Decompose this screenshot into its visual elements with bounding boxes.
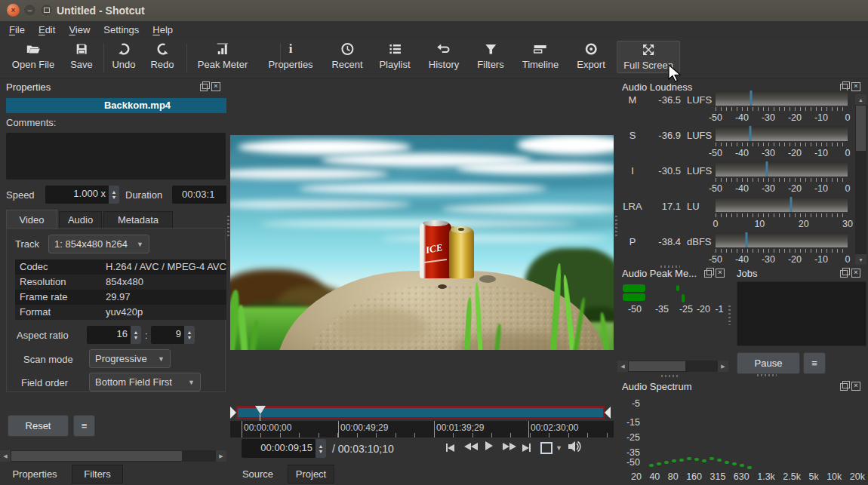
scroll-arrow-button[interactable]: ▶ bbox=[718, 361, 728, 372]
play-button[interactable] bbox=[485, 441, 493, 453]
spectrum-y-label: -35 bbox=[617, 447, 640, 458]
dock-tab-filters[interactable]: Filters bbox=[72, 465, 123, 483]
aspect-width-spinbox[interactable]: 16▲▼ bbox=[87, 326, 141, 344]
window-title: Untitled - Shotcut bbox=[57, 5, 145, 17]
loudness-vscrollbar[interactable]: ▲▼ bbox=[855, 94, 866, 265]
speed-label: Speed bbox=[6, 189, 35, 201]
toolbar-playlist-button[interactable]: Playlist bbox=[379, 41, 410, 70]
pause-button[interactable]: Pause bbox=[737, 352, 800, 374]
toolbar-info-button[interactable]: iProperties bbox=[268, 41, 312, 70]
out-point-marker[interactable] bbox=[605, 407, 611, 419]
scroll-thumb[interactable] bbox=[629, 361, 685, 371]
toolbar-clock-button[interactable]: Recent bbox=[331, 41, 362, 70]
splitter-handle[interactable] bbox=[227, 216, 229, 238]
ruler-tick bbox=[491, 433, 492, 437]
skip-next-button[interactable] bbox=[522, 441, 531, 453]
close-panel-icon[interactable]: × bbox=[851, 269, 860, 278]
toolbar-filter-button[interactable]: Filters bbox=[477, 41, 503, 70]
spinbox-arrows[interactable]: ▲▼ bbox=[315, 439, 326, 458]
toolbar-open-file-button[interactable]: Open File bbox=[12, 41, 54, 70]
total-duration: / 00:03:10;10 bbox=[332, 443, 394, 455]
tab-source[interactable]: Source bbox=[230, 464, 285, 483]
float-panel-icon[interactable] bbox=[200, 84, 208, 91]
menu-view[interactable]: View bbox=[62, 22, 97, 38]
zoom-dropdown-arrow[interactable]: ▼ bbox=[556, 444, 562, 452]
scan-mode-combo[interactable]: Progressive▼ bbox=[89, 349, 171, 368]
mouse-cursor bbox=[667, 64, 684, 84]
in-point-marker[interactable] bbox=[230, 407, 236, 419]
scroll-arrow-button[interactable]: ▶ bbox=[216, 450, 226, 462]
properties-panel-title: Properties bbox=[6, 81, 51, 97]
tab-audio[interactable]: Audio bbox=[59, 211, 102, 229]
scroll-arrow-button[interactable]: ◀ bbox=[617, 361, 628, 372]
spectrum-dot bbox=[747, 466, 752, 469]
ruler-tick bbox=[319, 433, 319, 437]
float-panel-icon[interactable] bbox=[704, 270, 712, 278]
window-minimize-button[interactable]: – bbox=[23, 4, 36, 17]
redo-icon bbox=[155, 41, 170, 57]
toolbar-undo-button[interactable]: Undo bbox=[112, 41, 135, 70]
fast-forward-button[interactable] bbox=[503, 441, 516, 453]
menu-help[interactable]: Help bbox=[146, 22, 180, 38]
close-panel-icon[interactable]: × bbox=[716, 269, 725, 278]
rewind-button[interactable] bbox=[464, 441, 478, 453]
ruler-tick bbox=[453, 433, 454, 437]
spectrum-y-label: -25 bbox=[617, 432, 640, 443]
ruler-tick bbox=[280, 433, 281, 437]
spectrum-dot bbox=[664, 461, 669, 464]
zoom-fit-button[interactable] bbox=[540, 442, 553, 454]
track-combo[interactable]: 1: 854x480 h264▼ bbox=[48, 235, 149, 253]
dock-tab-properties[interactable]: Properties bbox=[0, 464, 69, 483]
menu-file[interactable]: File bbox=[2, 22, 32, 38]
tab-project[interactable]: Project bbox=[288, 465, 334, 483]
toolbar-redo-button[interactable]: Redo bbox=[150, 41, 174, 70]
current-time-spinbox[interactable]: 00:00:09;15▲▼ bbox=[242, 439, 326, 458]
timeline-ruler[interactable]: 00:00:00;0000:00:49;2900:01:39;2900:02:3… bbox=[230, 421, 614, 437]
ruler-tick bbox=[587, 433, 588, 437]
scroll-arrow-button[interactable]: ◀ bbox=[0, 450, 11, 462]
menu-settings[interactable]: Settings bbox=[97, 22, 146, 38]
toolbar-history-button[interactable]: History bbox=[429, 41, 459, 70]
ruler-tick bbox=[530, 433, 531, 437]
field-order-combo[interactable]: Bottom Field First▼ bbox=[89, 373, 201, 391]
peak-hscrollbar[interactable]: ◀▶ bbox=[617, 361, 728, 372]
skip-previous-button[interactable] bbox=[446, 441, 454, 453]
window-maximize-button[interactable] bbox=[40, 4, 53, 17]
volume-button[interactable] bbox=[568, 440, 581, 455]
aspect-height-spinbox[interactable]: 9▲▼ bbox=[151, 326, 195, 344]
spinbox-arrows[interactable]: ▲▼ bbox=[184, 326, 195, 344]
scroll-thumb[interactable] bbox=[11, 451, 182, 461]
toolbar-peak-meter-button[interactable]: Peak Meter bbox=[198, 41, 248, 70]
float-panel-icon[interactable] bbox=[840, 383, 848, 391]
jobs-menu-button[interactable]: ≡ bbox=[803, 352, 826, 374]
toolbar-timeline-button[interactable]: Timeline bbox=[522, 41, 559, 70]
window-close-button[interactable]: × bbox=[7, 4, 20, 17]
spinbox-arrows[interactable]: ▲▼ bbox=[131, 326, 141, 344]
properties-hscrollbar[interactable]: ◀▶ bbox=[0, 450, 226, 462]
menu-edit[interactable]: Edit bbox=[32, 22, 62, 38]
scrub-bar[interactable] bbox=[236, 406, 605, 419]
window-titlebar[interactable]: × – Untitled - Shotcut bbox=[0, 0, 868, 22]
video-preview: ICE bbox=[230, 135, 614, 350]
toolbar-button-label: Peak Meter bbox=[198, 59, 248, 70]
spinbox-arrows[interactable]: ▲▼ bbox=[109, 186, 119, 204]
toolbar-export-button[interactable]: Export bbox=[577, 41, 605, 70]
spectrum-x-label: 630 bbox=[734, 471, 749, 482]
float-panel-icon[interactable] bbox=[840, 270, 848, 278]
jobs-list[interactable] bbox=[737, 281, 866, 346]
reset-button[interactable]: Reset bbox=[8, 415, 69, 437]
duration-field[interactable]: 00:03:1 bbox=[172, 186, 226, 204]
toolbar-save-button[interactable]: Save bbox=[70, 41, 93, 70]
close-panel-icon[interactable]: × bbox=[211, 82, 220, 91]
properties-menu-button[interactable]: ≡ bbox=[73, 415, 95, 437]
playhead[interactable] bbox=[255, 406, 266, 414]
scroll-arrow-button[interactable]: ▼ bbox=[855, 254, 866, 265]
close-panel-icon[interactable]: × bbox=[851, 382, 860, 391]
loudness-row-i: I-30.5LUFS-50-40-30-20-100 bbox=[617, 161, 868, 197]
tab-video[interactable]: Video bbox=[6, 210, 57, 229]
tab-metadata[interactable]: Metadata bbox=[103, 211, 173, 229]
speed-spinbox[interactable]: 1.000 x▲▼ bbox=[45, 186, 119, 204]
comments-textarea[interactable] bbox=[6, 133, 226, 180]
scroll-arrow-button[interactable]: ▲ bbox=[855, 94, 866, 105]
scroll-thumb[interactable] bbox=[856, 106, 866, 151]
